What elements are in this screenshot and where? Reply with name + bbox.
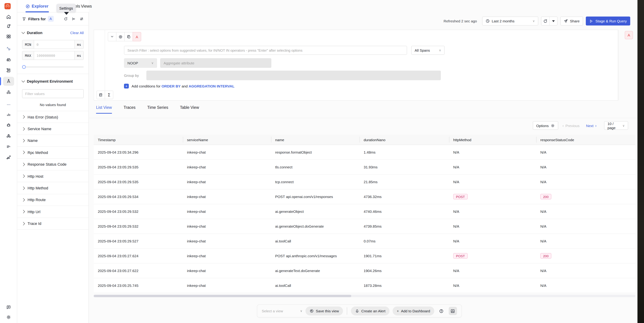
more-dots-icon[interactable] — [3, 100, 14, 109]
order-by-link[interactable]: ORDER BY — [162, 84, 181, 88]
infrastructure-server-icon[interactable] — [3, 56, 14, 64]
table-row[interactable]: 2025-09-04 23:05:29.535 inkeep-chat tls.… — [94, 160, 636, 174]
save-view-button[interactable]: Save this view — [306, 306, 343, 316]
tab-time-series[interactable]: Time Series — [147, 105, 168, 114]
column-header[interactable]: httpMethod — [449, 135, 536, 145]
attribute-filter-item[interactable]: Http Method — [17, 182, 88, 194]
time-range-select[interactable]: Last 2 months ∨ — [482, 16, 538, 26]
aggregate-operator-select[interactable]: NOOP ∨ — [124, 58, 157, 68]
aggregate-attribute-input[interactable]: Aggregate attribute — [160, 58, 272, 68]
table-row[interactable]: 2025-09-04 23:05:27.624 inkeep-chat POST… — [94, 248, 636, 264]
select-view-dropdown[interactable]: Select a view ∨ — [262, 307, 302, 315]
tab-explorer[interactable]: Explorer — [26, 0, 48, 12]
signoz-logo[interactable] — [4, 3, 11, 9]
horizontal-scrollbar[interactable] — [94, 295, 636, 297]
slider-handle[interactable] — [22, 65, 26, 69]
attribute-filter-item[interactable]: Service Name — [17, 123, 88, 135]
stage-run-query-button[interactable]: Stage & Run Query — [586, 16, 630, 26]
dock-panel-button[interactable] — [449, 307, 457, 315]
table-row[interactable]: 2025-09-04 23:05:29.532 inkeep-chat ai.g… — [94, 204, 636, 219]
alerts-bell-icon[interactable] — [3, 22, 14, 31]
http-method-cell: N/A — [449, 174, 536, 189]
info-button[interactable] — [437, 307, 446, 315]
attribute-filter-item[interactable]: Http Url — [17, 206, 88, 218]
table-row[interactable]: 2025-09-04 23:05:25.745 inkeep-chat ai.t… — [94, 278, 636, 293]
attribute-filter-item[interactable]: Trace Id — [17, 218, 88, 230]
duration-cell: 21.85ms — [360, 174, 449, 189]
attribute-filter-item[interactable]: Http Route — [17, 194, 88, 206]
feedback-message-icon[interactable] — [3, 303, 14, 312]
home-icon[interactable] — [3, 12, 14, 21]
tab-traces[interactable]: Traces — [124, 105, 136, 114]
duration-min-input[interactable] — [34, 40, 74, 48]
integrations-route-icon[interactable] — [3, 153, 14, 162]
query-chip-a[interactable]: A — [48, 16, 54, 22]
refresh-options-button[interactable] — [549, 17, 557, 25]
share-button[interactable]: Share — [560, 16, 583, 26]
duration-slider[interactable] — [22, 65, 84, 69]
attribute-filter-item[interactable]: Has Error (Status) — [17, 111, 88, 123]
search-filter-input[interactable] — [124, 48, 407, 52]
table-row[interactable]: 2025-09-04 23:05:34.296 inkeep-chat resp… — [94, 145, 636, 160]
services-cubes-icon[interactable] — [3, 88, 14, 97]
http-method-cell: POST — [449, 248, 536, 263]
click-cursor-icon[interactable] — [3, 44, 14, 53]
column-header[interactable]: durationNano — [360, 135, 449, 145]
billing-list-icon[interactable] — [3, 142, 14, 151]
column-header[interactable]: Timestamp — [94, 135, 183, 145]
filter-settings-icon[interactable] — [80, 17, 84, 21]
aggregation-interval-link[interactable]: AGGREGATION INTERVAL — [189, 84, 234, 88]
page-size-select[interactable]: 10 / page ∨ — [604, 121, 628, 130]
options-label: Options — [536, 124, 548, 128]
explore-binoculars-icon[interactable] — [3, 132, 14, 140]
refresh-button[interactable] — [541, 17, 549, 25]
scrollbar-thumb[interactable] — [94, 295, 351, 297]
options-button[interactable]: Options — [533, 121, 558, 130]
deployment-filter-input[interactable] — [22, 92, 83, 96]
dashboards-grid-icon[interactable] — [3, 32, 14, 41]
table-row[interactable]: 2025-09-04 23:05:29.535 inkeep-chat tcp.… — [94, 174, 636, 190]
collapse-query-button[interactable] — [108, 32, 116, 41]
exceptions-bug-icon[interactable] — [3, 120, 14, 130]
deployment-section-header[interactable]: Deployment Environment — [17, 76, 88, 86]
add-conditions-row[interactable]: + Add conditions for ORDER BY and AGGREG… — [124, 84, 234, 88]
metrics-bars-icon[interactable] — [3, 110, 14, 119]
duration-max-input[interactable] — [34, 51, 74, 60]
clear-all-link[interactable]: Clear All — [70, 31, 84, 35]
toggle-visibility-button[interactable] — [116, 32, 125, 41]
table-row[interactable]: 2025-09-04 23:05:27.622 inkeep-chat ai.g… — [94, 264, 636, 278]
attribute-filter-item[interactable]: Rpc Method — [17, 147, 88, 158]
span-scope-select[interactable]: All Spans ∨ — [411, 46, 444, 55]
copy-query-button[interactable] — [124, 32, 133, 41]
status-code-cell: N/A — [536, 234, 636, 248]
table-row[interactable]: 2025-09-04 23:05:29.532 inkeep-chat ai.g… — [94, 219, 636, 234]
table-row[interactable]: 2025-09-04 23:05:29.534 inkeep-chat POST… — [94, 190, 636, 204]
collapse-sidebar-icon[interactable] — [72, 17, 76, 21]
panel-chip-a[interactable]: A — [625, 31, 633, 39]
chevron-right-icon — [22, 115, 25, 119]
attribute-filter-item[interactable]: Name — [17, 135, 88, 147]
table-row[interactable]: 2025-09-04 23:05:29.527 inkeep-chat ai.t… — [94, 234, 636, 248]
attribute-filter-item[interactable]: Response Status Code — [17, 158, 88, 170]
next-page-button[interactable]: Next› — [586, 124, 596, 128]
previous-page-button[interactable]: ‹Previous — [562, 124, 580, 128]
column-header[interactable]: serviceName — [183, 135, 271, 145]
attribute-filter-item[interactable]: Http Host — [17, 170, 88, 182]
query-builder-mode-button[interactable] — [96, 90, 105, 99]
group-by-input[interactable] — [146, 70, 441, 80]
traces-compass-icon[interactable] — [3, 77, 14, 86]
tab-table-view[interactable]: Table View — [180, 105, 199, 114]
settings-gear-icon[interactable] — [3, 313, 14, 322]
column-header[interactable]: responseStatusCode — [536, 135, 636, 145]
create-alert-button[interactable]: Create an Alert — [351, 306, 390, 316]
query-chip-a[interactable]: A — [132, 32, 141, 41]
duration-section-header[interactable]: Duration Clear All — [17, 28, 88, 38]
tab-views[interactable]: Views — [81, 0, 92, 12]
tab-list-view[interactable]: List View — [96, 105, 112, 114]
aggregation-mode-button[interactable]: Σ — [105, 90, 113, 99]
add-to-dashboard-button[interactable]: + Add to Dashboard — [392, 306, 434, 316]
refresh-filters-icon[interactable] — [64, 17, 68, 21]
logs-scroll-icon[interactable] — [3, 66, 14, 75]
table-header-row: Timestamp serviceName name durationNano … — [94, 135, 636, 145]
column-header[interactable]: name — [271, 135, 360, 145]
